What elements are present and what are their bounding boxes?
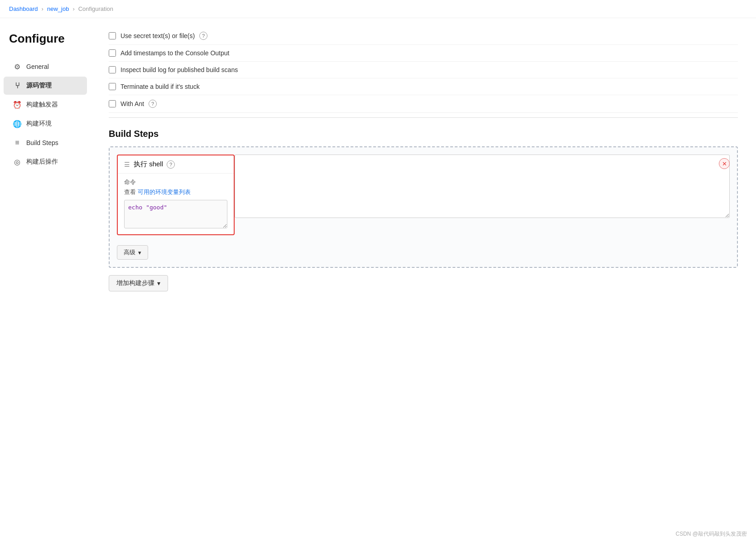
advanced-label: 高级	[124, 248, 135, 257]
globe-icon: 🌐	[13, 119, 22, 128]
checkbox-secret-row: Use secret text(s) or file(s) ?	[109, 27, 738, 45]
package-icon: ◎	[13, 157, 22, 166]
checkbox-inspect-row: Inspect build log for published build sc…	[109, 62, 738, 78]
dropdown-arrow-icon: ▾	[157, 280, 160, 287]
step-block: ☰ 执行 shell ? 命令 查看 可用的环境变量列表	[117, 155, 235, 235]
step-code-input[interactable]	[124, 200, 227, 228]
checkbox-timestamps-label: Add timestamps to the Console Output	[120, 49, 229, 57]
sidebar-item-label-source: 源码管理	[26, 82, 52, 90]
sidebar-item-label-post-build: 构建后操作	[26, 158, 58, 166]
checkbox-timestamps-row: Add timestamps to the Console Output	[109, 45, 738, 62]
checkbox-terminate-label: Terminate a build if it's stuck	[120, 83, 200, 90]
main-content: Use secret text(s) or file(s) ? Add time…	[91, 18, 756, 547]
advanced-section: 高级 ▾	[117, 241, 730, 260]
section-divider	[109, 117, 738, 118]
checkbox-withant-row: With Ant ?	[109, 95, 738, 113]
breadcrumb-sep1: ›	[42, 5, 43, 12]
step-title: 执行 shell	[134, 160, 163, 169]
list-icon: ≡	[13, 138, 22, 147]
sidebar-item-label-env: 构建环境	[26, 120, 52, 128]
sidebar-item-build-steps[interactable]: ≡ Build Steps	[4, 134, 87, 152]
sidebar: Configure ⚙ General ⑂ 源码管理 ⏰ 构建触发器 🌐 构建环…	[0, 18, 91, 547]
checkbox-terminate-row: Terminate a build if it's stuck	[109, 78, 738, 95]
env-vars-link[interactable]: 可用的环境变量列表	[138, 189, 191, 195]
build-steps-container: ☰ 执行 shell ? 命令 查看 可用的环境变量列表 ✕	[109, 146, 738, 268]
chevron-down-icon: ▾	[138, 249, 141, 256]
configure-title: Configure	[0, 27, 91, 57]
help-icon-secret[interactable]: ?	[199, 32, 207, 40]
step-row: ☰ 执行 shell ? 命令 查看 可用的环境变量列表 ✕	[117, 155, 730, 235]
step-field-label: 命令	[124, 178, 227, 186]
checkbox-timestamps[interactable]	[109, 49, 116, 57]
sidebar-item-label-build-steps: Build Steps	[26, 139, 58, 146]
sidebar-item-env[interactable]: 🌐 构建环境	[4, 115, 87, 133]
breadcrumb-current: Configuration	[78, 5, 113, 12]
step-body: 命令 查看 可用的环境变量列表	[118, 174, 234, 234]
breadcrumb-sep2: ›	[72, 5, 74, 12]
close-step-button[interactable]: ✕	[719, 158, 730, 169]
checkbox-secret[interactable]	[109, 32, 116, 39]
sidebar-item-source[interactable]: ⑂ 源码管理	[4, 77, 87, 95]
sidebar-item-label-triggers: 构建触发器	[26, 101, 58, 109]
drag-icon: ☰	[124, 161, 130, 168]
breadcrumb: Dashboard › new_job › Configuration	[0, 0, 756, 18]
fork-icon: ⑂	[13, 81, 22, 90]
checkbox-terminate[interactable]	[109, 83, 116, 90]
clock-icon: ⏰	[13, 100, 22, 109]
checkbox-withant[interactable]	[109, 100, 116, 107]
help-icon-step[interactable]: ?	[167, 160, 175, 169]
checkbox-withant-label: With Ant	[120, 100, 144, 107]
gear-icon: ⚙	[13, 62, 22, 71]
sidebar-item-general[interactable]: ⚙ General	[4, 58, 87, 76]
build-steps-title: Build Steps	[109, 129, 738, 139]
advanced-button[interactable]: 高级 ▾	[117, 245, 148, 260]
step-header: ☰ 执行 shell ?	[118, 155, 234, 174]
step-link-row: 查看 可用的环境变量列表	[124, 188, 227, 196]
add-build-step-button[interactable]: 增加构建步骤 ▾	[109, 275, 168, 291]
link-prefix: 查看	[124, 189, 138, 195]
watermark: CSDN @敲代码敲到头发茂密	[675, 530, 747, 538]
checkbox-inspect-label: Inspect build log for published build sc…	[120, 66, 238, 73]
sidebar-item-label-general: General	[26, 63, 49, 70]
help-icon-withant[interactable]: ?	[149, 100, 157, 108]
sidebar-item-triggers[interactable]: ⏰ 构建触发器	[4, 96, 87, 114]
checkbox-inspect[interactable]	[109, 66, 116, 73]
breadcrumb-newjob[interactable]: new_job	[47, 5, 69, 12]
add-step-label: 增加构建步骤	[116, 279, 154, 287]
checkbox-secret-label: Use secret text(s) or file(s)	[120, 32, 195, 39]
command-textarea[interactable]	[235, 155, 730, 218]
breadcrumb-dashboard[interactable]: Dashboard	[9, 5, 38, 12]
sidebar-item-post-build[interactable]: ◎ 构建后操作	[4, 153, 87, 171]
